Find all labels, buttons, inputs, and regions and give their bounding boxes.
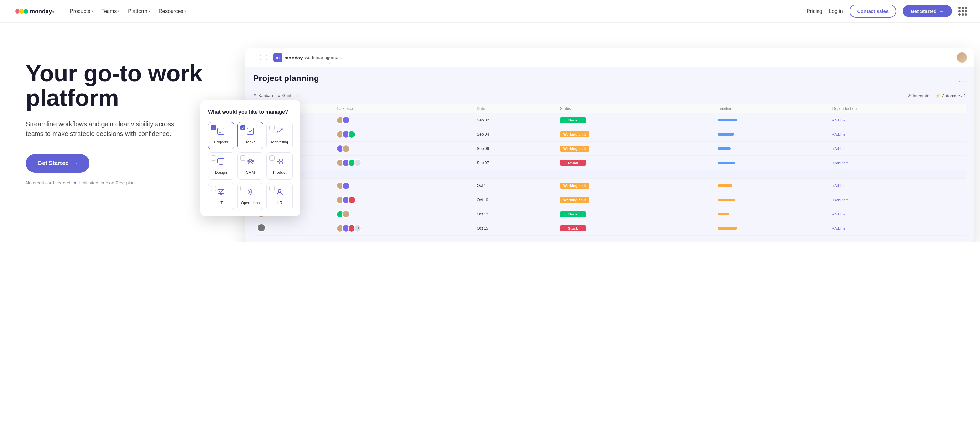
svg-rect-19 bbox=[277, 162, 279, 164]
nav-link-products[interactable]: Products ▾ bbox=[67, 6, 96, 16]
logo[interactable]: monday .com bbox=[13, 6, 55, 17]
separator-icon: ✦ bbox=[73, 180, 77, 185]
arrow-right-icon: → bbox=[939, 8, 944, 14]
checkbox-hr[interactable] bbox=[269, 186, 275, 191]
checkbox-projects[interactable]: ✓ bbox=[211, 125, 216, 130]
col-status: Status bbox=[557, 104, 714, 113]
checkbox-operations[interactable] bbox=[240, 186, 245, 191]
svg-text:.com: .com bbox=[50, 10, 55, 14]
modal-item-operations[interactable]: Operations bbox=[237, 183, 264, 210]
modal-item-crm[interactable]: CRM bbox=[237, 153, 264, 180]
app-window: ⋮⋮⋮ m monday work management ··· bbox=[245, 48, 974, 242]
checkbox-tasks[interactable]: ✓ bbox=[240, 125, 245, 130]
product-icon bbox=[275, 157, 284, 168]
app-logo-icon: m bbox=[273, 53, 282, 62]
hero-subtitle: Streamline workflows and gain clear visi… bbox=[26, 119, 181, 139]
modal-label-product: Product bbox=[273, 170, 286, 175]
svg-rect-17 bbox=[277, 159, 279, 161]
checkbox-product[interactable] bbox=[269, 155, 275, 161]
nav-links: Products ▾ Teams ▾ Platform ▾ Resources … bbox=[67, 6, 189, 16]
table-row[interactable]: Oct 12 Done +Add item bbox=[254, 207, 966, 221]
modal-label-projects: Projects bbox=[214, 140, 228, 144]
svg-point-16 bbox=[252, 160, 253, 162]
nav-pricing-link[interactable]: Pricing bbox=[807, 8, 822, 14]
arrow-right-icon: → bbox=[72, 160, 78, 167]
tasks-icon bbox=[246, 127, 255, 137]
marketing-icon bbox=[275, 127, 284, 137]
checkbox-design[interactable] bbox=[211, 155, 216, 161]
modal-item-marketing[interactable]: Marketing bbox=[266, 122, 293, 149]
hero-right: What would you like to manage? ✓ Project… bbox=[226, 48, 961, 229]
modal-item-it[interactable]: IT bbox=[208, 183, 234, 210]
table-row[interactable]: Sep 06 Working on it +Add item bbox=[254, 142, 966, 156]
automate-icon: ⚡ bbox=[935, 93, 940, 98]
hero-left: Your go-to work platform Streamline work… bbox=[26, 48, 207, 185]
add-tab-button[interactable]: + bbox=[296, 93, 299, 99]
svg-rect-20 bbox=[280, 162, 282, 164]
chevron-down-icon: ▾ bbox=[149, 10, 150, 13]
contact-sales-button[interactable]: Contact sales bbox=[850, 5, 897, 18]
nav-right: Pricing Log in Contact sales Get Started… bbox=[807, 5, 967, 18]
get-started-hero-button[interactable]: Get Started → bbox=[26, 154, 89, 172]
hero-title: Your go-to work platform bbox=[26, 61, 207, 110]
modal-item-tasks[interactable]: ✓ Tasks bbox=[237, 122, 264, 149]
modal-label-hr: HR bbox=[277, 201, 282, 205]
svg-point-24 bbox=[249, 191, 251, 193]
modal-label-crm: CRM bbox=[246, 170, 255, 175]
table-row[interactable]: Sep 04 Working on it +Add item bbox=[254, 127, 966, 142]
nav-link-resources[interactable]: Resources ▾ bbox=[155, 6, 189, 16]
svg-point-2 bbox=[24, 9, 28, 14]
table-row[interactable]: Oct 1 Working on it +Add item bbox=[254, 178, 966, 193]
svg-point-15 bbox=[247, 160, 248, 162]
col-timeline: Timeline bbox=[714, 104, 829, 113]
modal-item-hr[interactable]: HR bbox=[266, 183, 293, 210]
svg-point-0 bbox=[15, 9, 20, 14]
app-tabs-row: ⊞ Kanban ≡ Gantt + ⟳ Integrate bbox=[253, 92, 966, 100]
checkbox-it[interactable] bbox=[211, 186, 216, 191]
crm-icon bbox=[246, 157, 255, 168]
design-icon bbox=[217, 157, 225, 168]
nav-link-teams[interactable]: Teams ▾ bbox=[98, 6, 123, 16]
it-icon bbox=[217, 188, 225, 198]
more-options-icon[interactable]: ··· bbox=[944, 54, 951, 61]
app-content: Project planning ··· ⊞ Kanban ≡ Gantt + bbox=[245, 67, 974, 242]
modal-label-design: Design bbox=[215, 170, 227, 175]
project-more-icon[interactable]: ··· bbox=[958, 77, 966, 84]
automate-action[interactable]: ⚡ Automate / 2 bbox=[935, 93, 966, 98]
modal-title: What would you like to manage? bbox=[208, 109, 293, 115]
menu-icon[interactable]: ⋮⋮⋮ bbox=[252, 54, 269, 61]
svg-point-1 bbox=[19, 9, 24, 14]
table-section-header: Section 2 bbox=[254, 170, 966, 178]
checkbox-crm[interactable] bbox=[240, 155, 245, 161]
checkbox-marketing[interactable] bbox=[269, 125, 275, 130]
app-grid-icon[interactable] bbox=[958, 7, 967, 16]
table-row[interactable]: Sep 02 Done +Add item bbox=[254, 113, 966, 127]
chevron-down-icon: ▾ bbox=[185, 10, 186, 13]
col-dependent: Dependent on bbox=[829, 104, 966, 113]
integrate-action[interactable]: ⟳ Integrate bbox=[908, 93, 929, 98]
operations-icon bbox=[246, 188, 255, 198]
svg-point-10 bbox=[282, 128, 283, 129]
table-row[interactable]: +2 Sep 07 Stuck +Add item bbox=[254, 156, 966, 170]
table-row[interactable]: Oct 10 Working on it +Add item bbox=[254, 193, 966, 207]
svg-point-25 bbox=[278, 190, 281, 192]
modal-item-product[interactable]: Product bbox=[266, 153, 293, 180]
modal-label-it: IT bbox=[220, 201, 223, 205]
col-taskforce: Taskforce bbox=[333, 104, 474, 113]
modal-item-projects[interactable]: ✓ Projects bbox=[208, 122, 234, 149]
nav-login-link[interactable]: Log in bbox=[829, 8, 843, 14]
svg-rect-18 bbox=[280, 159, 282, 161]
svg-rect-11 bbox=[218, 159, 224, 163]
tab-kanban[interactable]: ⊞ Kanban bbox=[253, 92, 273, 100]
chevron-down-icon: ▾ bbox=[91, 10, 93, 13]
hero-note: No credit card needed ✦ Unlimited time o… bbox=[26, 180, 207, 185]
gantt-icon: ≡ bbox=[278, 93, 280, 98]
modal-item-design[interactable]: Design bbox=[208, 153, 234, 180]
nav-link-platform[interactable]: Platform ▾ bbox=[125, 6, 153, 16]
tab-gantt[interactable]: ≡ Gantt bbox=[278, 92, 293, 100]
get-started-nav-button[interactable]: Get Started → bbox=[903, 5, 952, 17]
user-avatar bbox=[957, 53, 967, 63]
table-row[interactable]: +2 Oct 15 Stuck +Add item bbox=[254, 221, 966, 236]
app-topbar: ⋮⋮⋮ m monday work management ··· bbox=[245, 48, 974, 67]
app-topbar-left: ⋮⋮⋮ m monday work management bbox=[252, 53, 342, 62]
